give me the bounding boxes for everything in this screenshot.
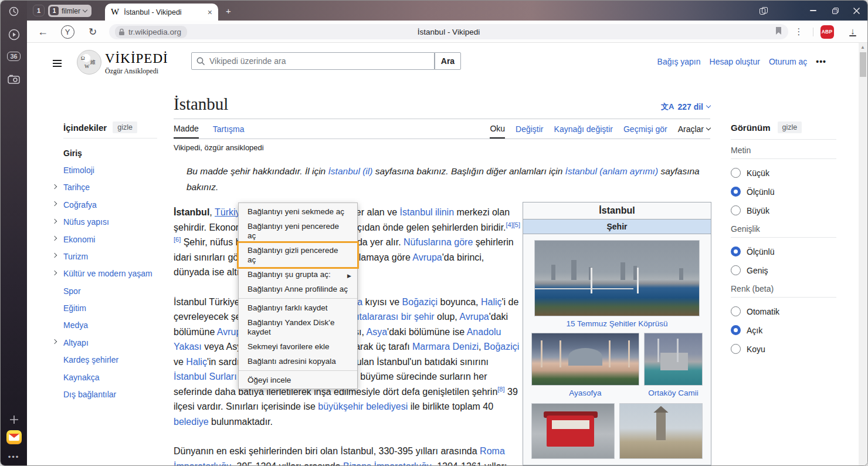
restore-button[interactable] <box>825 1 845 21</box>
tab-close-icon[interactable]: × <box>208 8 212 16</box>
article-tab[interactable]: Tartışma <box>213 119 245 139</box>
article-link[interactable]: Boğaziçi <box>402 297 438 307</box>
bridge-photo[interactable] <box>534 240 700 316</box>
expand-chevron-icon[interactable] <box>52 201 57 206</box>
header-link[interactable]: Oturum aç <box>769 57 807 66</box>
radio-option[interactable]: Ölçünlü <box>731 187 836 197</box>
minimize-button[interactable] <box>803 1 823 21</box>
expand-chevron-icon[interactable] <box>52 184 57 189</box>
toc-item[interactable]: Dış bağlantılar <box>52 386 169 403</box>
screenshot-camera-icon[interactable] <box>1 74 27 84</box>
article-link[interactable]: Nüfuslarına göre <box>404 237 473 247</box>
expand-chevron-icon[interactable] <box>52 218 57 223</box>
article-link[interactable]: İstanbul Surları <box>174 372 237 381</box>
radio-option[interactable]: Büyük <box>731 205 836 215</box>
context-menu-item[interactable]: Bağlantıyı gizli pencerede aç <box>239 243 357 267</box>
article-link[interactable]: İstanbul ilinin <box>400 207 455 217</box>
radio-icon[interactable] <box>731 344 741 354</box>
history-icon[interactable] <box>1 6 27 16</box>
context-menu-item[interactable]: Sekmeyi favorilere ekle <box>239 339 357 354</box>
article-link[interactable]: Avrupa <box>459 312 489 322</box>
address-bar[interactable]: İstanbul - Vikipedi tr.wikipedia.org <box>109 24 788 39</box>
toc-item[interactable]: Kardeş şehirler <box>52 352 169 369</box>
context-menu-item[interactable]: Bağlantıyı Anne profilinde aç <box>239 282 357 296</box>
sidebar-more-icon[interactable]: ••• <box>1 453 27 461</box>
scrollbar-thumb[interactable] <box>860 52 866 77</box>
radio-option[interactable]: Açık <box>731 325 836 335</box>
tram-photo[interactable] <box>531 403 615 459</box>
radio-option[interactable]: Otomatik <box>731 306 836 316</box>
toc-item[interactable]: Kültür ve modern yaşam <box>52 265 169 282</box>
site-identity-chip[interactable]: tr.wikipedia.org <box>115 26 187 38</box>
article-link[interactable]: Haliç <box>186 357 207 367</box>
radio-icon[interactable] <box>731 306 741 316</box>
sidebar-add-icon[interactable] <box>1 414 27 425</box>
wikipedia-globe-logo[interactable]: Ω維W <box>77 50 101 75</box>
galata-photo[interactable] <box>619 403 703 459</box>
radio-option[interactable]: Koyu <box>731 344 836 354</box>
context-menu-item[interactable]: Bağlantıyı şu grupta aç:▶ <box>239 267 357 282</box>
toc-item[interactable]: Coğrafya <box>52 196 169 213</box>
toc-item[interactable]: Kaynakça <box>52 369 169 386</box>
context-menu-item[interactable]: Bağlantıyı farklı kaydet <box>239 300 357 315</box>
article-link[interactable]: [8] <box>497 385 504 392</box>
article-tab[interactable]: Geçmişi gör <box>623 119 667 139</box>
article-tab[interactable]: Madde <box>174 119 199 139</box>
toc-item[interactable]: Tarihçe <box>52 179 169 196</box>
expand-chevron-icon[interactable] <box>52 270 57 275</box>
context-menu-item[interactable]: Bağlantıyı Yandex Disk'e kaydet <box>239 315 357 339</box>
expand-chevron-icon[interactable] <box>52 253 57 258</box>
context-menu-item[interactable]: Bağlantı adresini kopyala <box>239 354 357 369</box>
downloads-icon[interactable]: ↓ <box>843 21 863 43</box>
radio-icon[interactable] <box>731 187 741 197</box>
context-menu-item[interactable]: Bağlantıyı yeni sekmede aç <box>239 204 357 219</box>
radio-icon[interactable] <box>731 325 741 335</box>
radio-option[interactable]: Geniş <box>731 265 836 275</box>
toc-item[interactable]: Turizm <box>52 248 169 265</box>
article-link[interactable]: büyükşehir belediyesi <box>318 401 408 411</box>
search-input[interactable]: Vikipedi üzerinde ara <box>191 52 435 70</box>
header-link[interactable]: Bağış yapın <box>657 57 701 66</box>
reload-icon[interactable]: ↻ <box>83 21 103 43</box>
expand-chevron-icon[interactable] <box>52 236 57 241</box>
adblock-icon[interactable]: ABP <box>817 21 837 43</box>
context-menu-item[interactable]: Öğeyi incele <box>239 373 357 387</box>
language-selector[interactable]: 文A 227 dil <box>661 102 710 112</box>
article-tab[interactable]: Oku <box>490 119 505 139</box>
new-tab-button[interactable]: + <box>223 5 234 16</box>
tab-counter-badge[interactable]: 36 <box>1 52 27 61</box>
bridge-caption[interactable]: 15 Temmuz Şehitler Köprüsü <box>530 316 704 333</box>
toc-item[interactable]: Giriş <box>52 144 169 161</box>
active-tab[interactable]: W İstanbul - Vikipedi × <box>105 4 218 21</box>
extensions-menu-icon[interactable]: ⋮ <box>792 21 806 43</box>
toc-item[interactable]: Medya <box>52 317 169 334</box>
article-link[interactable]: Boğaziçi <box>484 342 519 352</box>
radio-icon[interactable] <box>731 168 741 178</box>
article-link[interactable]: Asya <box>367 327 388 337</box>
article-link[interactable]: Bizans İmparatorluğu <box>343 461 432 466</box>
article-link[interactable]: İstanbul (il) <box>328 166 373 176</box>
wikipedia-wordmark[interactable]: VİKİPEDİ Özgür Ansiklopedi <box>105 51 168 76</box>
radio-icon[interactable] <box>731 265 741 275</box>
radio-option[interactable]: Ölçünlü <box>731 246 836 256</box>
wiki-menu-icon[interactable] <box>53 58 62 69</box>
yandex-services-icon[interactable]: Y <box>57 21 77 43</box>
side-panels-icon[interactable] <box>754 1 774 21</box>
context-menu-item[interactable]: Bağlantıyı yeni pencerede aç <box>239 219 357 243</box>
back-icon[interactable]: ← <box>33 21 53 43</box>
header-link[interactable]: Hesap oluştur <box>710 57 760 66</box>
toc-item[interactable]: Etimoloji <box>52 161 169 178</box>
scrollbar-up-arrow[interactable]: ▲ <box>860 45 865 50</box>
tab-group-count-badge[interactable]: 1 <box>33 5 45 16</box>
yandex-mail-icon[interactable] <box>1 430 27 444</box>
article-link[interactable]: Haliç <box>481 297 502 307</box>
browser-menu-icon[interactable] <box>778 1 798 21</box>
ayasofya-photo[interactable] <box>531 333 639 386</box>
toc-item[interactable]: Spor <box>52 282 169 299</box>
article-link[interactable]: Marmara Denizi <box>412 342 479 352</box>
close-button[interactable] <box>846 1 866 21</box>
article-link[interactable]: belediye <box>174 417 209 427</box>
ortakoy-caption[interactable]: Ortaköy Camii <box>644 386 703 402</box>
appearance-hide-button[interactable]: gizle <box>778 121 802 133</box>
article-link[interactable]: kıtalararası bir şehir <box>352 312 435 322</box>
